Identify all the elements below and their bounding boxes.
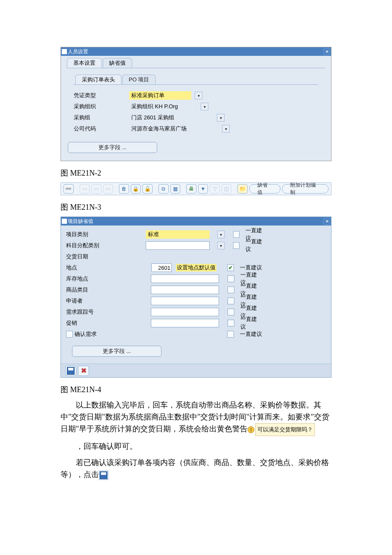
field-label: 库存地点 xyxy=(66,275,147,283)
field-label: 采购组 xyxy=(74,114,129,121)
body-paragraph: ，回车确认即可。 xyxy=(61,440,331,452)
field-row: 需求跟踪号 一直建议 xyxy=(66,306,326,318)
glasses-icon[interactable]: 👓 xyxy=(63,184,74,194)
tab-defaults[interactable]: 缺省值 xyxy=(103,58,132,68)
field-label: 促销 xyxy=(66,319,147,327)
unlock-icon[interactable]: 🔓 xyxy=(142,184,153,194)
field-label: 公司代码 xyxy=(74,125,129,133)
inline-save-button[interactable] xyxy=(99,471,108,480)
personal-settings-panel: 人员设置 ✕ 基本设置 缺省值 采购订单表头 PO 项目 凭证类型 标准采购订单… xyxy=(61,47,331,161)
header-defaults-fields: 凭证类型 标准采购订单 ▾ 采购组织 采购组织 KH P.Org ▾ 采购组 门… xyxy=(61,90,331,138)
panel-titlebar: 人员设置 ✕ xyxy=(61,47,331,56)
field-row: 地点 2601 设置地点默认值 一直建议 xyxy=(66,262,326,273)
dropdown-icon[interactable]: ▾ xyxy=(201,103,208,110)
field-label: 地点 xyxy=(66,264,147,272)
dropdown-icon[interactable]: ▾ xyxy=(195,92,202,99)
more-fields-button[interactable]: 更多字段 ... xyxy=(72,346,161,357)
suggest-checkbox[interactable] xyxy=(233,231,239,238)
field-label: 交货日期 xyxy=(66,253,147,260)
field-input[interactable] xyxy=(151,275,219,283)
suggest-checkbox[interactable] xyxy=(228,320,234,327)
field-row: 科目分配类别 ▾ 一直建议 xyxy=(66,240,326,251)
save-button[interactable] xyxy=(65,366,76,376)
field-row: 交货日期 xyxy=(66,251,326,262)
chart-icon[interactable]: ◫ xyxy=(222,184,232,194)
field-value[interactable]: 门店 2601 采购组 xyxy=(129,113,213,122)
figure-label: 图 ME21N-2 xyxy=(61,168,331,178)
field-row: 采购组织 采购组织 KH P.Org ▾ xyxy=(74,101,318,112)
field-input[interactable]: 2601 xyxy=(151,263,172,272)
document-icon xyxy=(62,49,67,54)
suggest-checkbox[interactable] xyxy=(227,331,234,338)
field-row: 项目类别 标准 ▾ 一直建议 xyxy=(66,229,326,240)
field-label: 采购组织 xyxy=(74,103,129,110)
dropdown-icon[interactable]: ▾ xyxy=(217,231,225,238)
folder-icon[interactable]: 📁 xyxy=(237,184,248,194)
field-input[interactable] xyxy=(151,286,219,294)
suggest-checkbox[interactable] xyxy=(228,298,234,304)
suggest-checkbox[interactable] xyxy=(227,264,234,271)
field-row: 公司代码 河源市金海马家居广场 ▾ xyxy=(74,123,318,134)
figure-label: 图 ME21N-3 xyxy=(61,202,331,212)
suggest-checkbox[interactable] xyxy=(228,309,234,315)
filter-icon[interactable]: ▽ xyxy=(210,184,220,194)
grid-icon[interactable]: ▦ xyxy=(170,184,181,194)
suggest-label: 一直建议 xyxy=(240,315,262,331)
field-input[interactable] xyxy=(146,241,209,250)
field-value[interactable]: 标准采购订单 xyxy=(129,91,191,100)
field-input[interactable] xyxy=(151,308,219,316)
body-paragraph: 以上数据输入完毕后，回车，系统自动带出商品名称、采购价等数据。其中"交货日期"数… xyxy=(61,399,331,436)
field-input[interactable] xyxy=(151,319,219,327)
suggest-checkbox[interactable] xyxy=(228,286,234,293)
field-value[interactable]: 采购组织 KH P.Org xyxy=(129,102,197,111)
field-label: 凭证类型 xyxy=(74,92,129,99)
dropdown-icon[interactable]: ▾ xyxy=(222,125,230,133)
defaults-button[interactable]: 缺省值 xyxy=(249,184,280,194)
cancel-button[interactable]: ✖ xyxy=(78,366,89,376)
tab-basic-settings[interactable]: 基本设置 xyxy=(67,58,102,68)
sub-tabstrip: 采购订单表头 PO 项目 xyxy=(75,75,331,84)
warning-icon: ! xyxy=(248,426,254,433)
field-input[interactable] xyxy=(151,297,219,305)
more-fields-button[interactable]: 更多字段 ... xyxy=(68,142,157,153)
field-row: 库存地点 一直建议 xyxy=(66,273,326,284)
toolbar-icon[interactable]: ▭ xyxy=(91,184,101,194)
save-icon xyxy=(67,367,75,375)
confirm-req-checkbox[interactable] xyxy=(66,331,73,338)
field-row: 申请者 一直建议 xyxy=(66,295,326,306)
field-note: 设置地点默认值 xyxy=(176,264,216,272)
item-defaults-fields: 项目类别 标准 ▾ 一直建议 科目分配类别 ▾ 一直建议 交货日期 xyxy=(61,225,331,364)
sap-toolbar: 👓 ▭ ▭ ▭ 🗑 🔒 🔓 ⧉ ▦ 🖶 ▼ ▽ ◫ 📁 缺省值 附加计划编制 xyxy=(61,182,331,195)
add-plan-button[interactable]: 附加计划编制 xyxy=(282,184,329,194)
field-label: 项目类别 xyxy=(66,231,141,238)
flag-icon[interactable]: ▼ xyxy=(198,184,208,194)
field-row: 确认需求 一直建议 xyxy=(66,329,326,340)
close-icon[interactable]: ✕ xyxy=(323,218,330,225)
panel-title: 项目缺省值 xyxy=(68,217,93,225)
field-row: 采购组 门店 2601 采购组 ▾ xyxy=(74,112,318,123)
body-paragraph: 若已确认该采购订单各项内容（供应商、商品、数量、交货地点、采购价格等），点击 xyxy=(61,457,331,480)
tab-po-header[interactable]: 采购订单表头 xyxy=(75,75,121,84)
field-row: 促销 一直建议 xyxy=(66,318,326,329)
print-icon[interactable]: 🖶 xyxy=(186,184,196,194)
toolbar-icon[interactable]: ▭ xyxy=(103,184,113,194)
save-icon xyxy=(100,471,107,479)
lock-icon[interactable]: 🔒 xyxy=(131,184,141,194)
suggest-checkbox[interactable] xyxy=(228,275,234,282)
trash-icon[interactable]: 🗑 xyxy=(119,184,129,194)
field-value[interactable]: 河源市金海马家居广场 xyxy=(129,124,219,133)
figure-label: 图 ME21N-4 xyxy=(61,384,331,395)
suggest-label: 一直建议 xyxy=(240,330,262,338)
copy-icon[interactable]: ⧉ xyxy=(159,184,169,194)
field-value[interactable]: 标准 xyxy=(146,230,210,239)
suggest-checkbox[interactable] xyxy=(233,242,239,249)
dropdown-icon[interactable]: ▾ xyxy=(217,114,225,121)
close-icon[interactable]: ✕ xyxy=(323,48,330,55)
main-tabstrip: 基本设置 缺省值 xyxy=(67,58,331,68)
toolbar-icon[interactable]: ▭ xyxy=(80,184,90,194)
tab-po-item[interactable]: PO 项目 xyxy=(122,75,156,84)
panel-titlebar: 项目缺省值 ✕ xyxy=(61,217,331,225)
dropdown-icon[interactable]: ▾ xyxy=(217,242,225,249)
field-label: 确认需求 xyxy=(75,330,97,338)
item-defaults-panel: 项目缺省值 ✕ 项目类别 标准 ▾ 一直建议 科目分配类别 ▾ 一直建议 xyxy=(61,217,331,378)
